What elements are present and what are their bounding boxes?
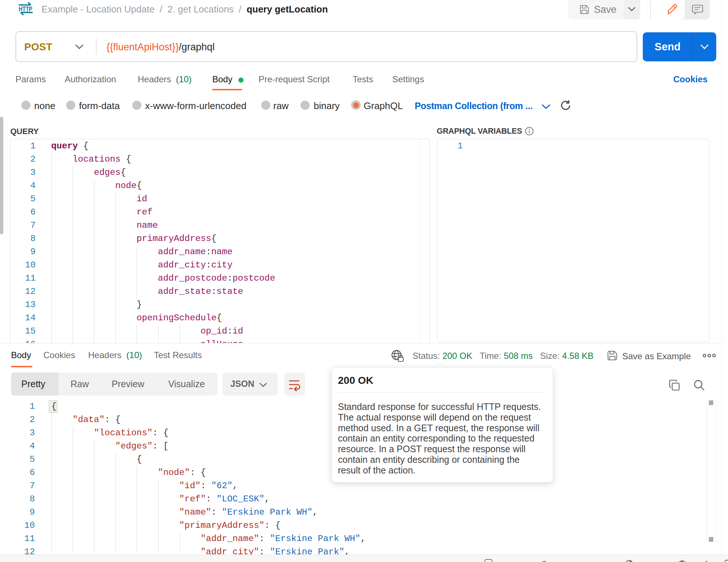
svg-text:HTTP: HTTP: [19, 5, 32, 13]
